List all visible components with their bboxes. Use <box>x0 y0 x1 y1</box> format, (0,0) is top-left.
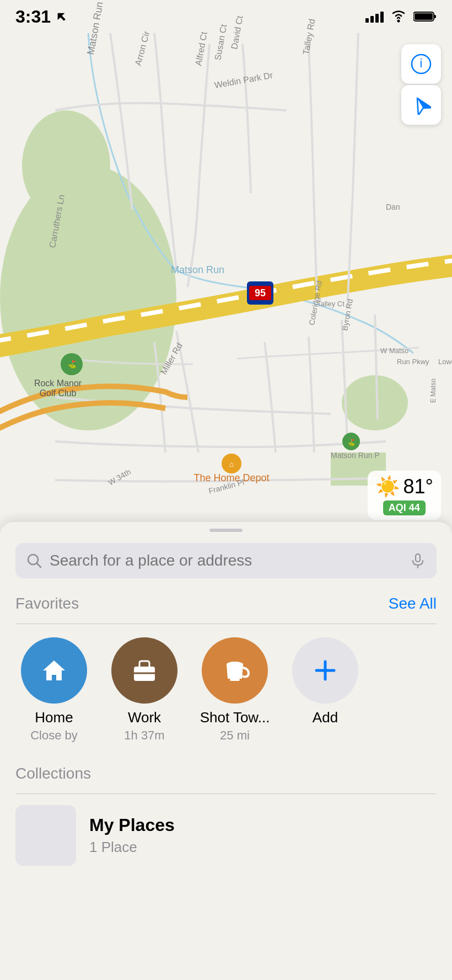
svg-text:Matson Run P: Matson Run P <box>331 451 380 460</box>
svg-text:Rock Manor: Rock Manor <box>34 379 82 388</box>
svg-rect-2 <box>434 15 436 18</box>
collections-divider <box>15 793 437 794</box>
svg-point-0 <box>397 20 400 23</box>
svg-point-50 <box>227 662 243 667</box>
collection-info: My Places 1 Place <box>89 815 175 856</box>
battery-icon <box>413 10 437 23</box>
location-button[interactable] <box>401 85 441 125</box>
svg-text:Talley Ct: Talley Ct <box>317 300 345 308</box>
see-all-button[interactable]: See All <box>389 595 437 612</box>
map-svg: 95 Matson Run Arron Cir Weldin Park Dr T… <box>0 0 452 541</box>
home-label: Home <box>35 709 73 726</box>
map-controls: i <box>401 44 441 125</box>
collections-title: Collections <box>15 765 91 782</box>
svg-line-45 <box>37 563 41 567</box>
svg-text:Run Pkwy: Run Pkwy <box>397 358 429 366</box>
microphone-icon[interactable] <box>410 553 426 568</box>
svg-text:95: 95 <box>255 287 266 299</box>
info-button[interactable]: i <box>401 44 441 84</box>
briefcase-icon <box>127 653 162 688</box>
svg-text:⛳: ⛳ <box>347 438 356 446</box>
home-icon-circle <box>21 637 87 704</box>
info-icon: i <box>411 54 432 74</box>
home-icon <box>37 654 71 687</box>
favorite-add[interactable]: Add <box>287 637 364 743</box>
svg-text:W Matso: W Matso <box>380 347 408 355</box>
svg-point-6 <box>22 110 110 221</box>
search-icon <box>26 553 42 568</box>
home-sublabel: Close by <box>30 728 78 743</box>
favorites-title: Favorites <box>15 595 79 612</box>
add-icon-circle <box>292 637 358 704</box>
collection-name: My Places <box>89 815 175 835</box>
bottom-sheet: Favorites See All Home Close by <box>0 522 452 980</box>
favorites-divider <box>15 624 437 624</box>
cup-icon <box>218 653 252 688</box>
svg-text:Golf Club: Golf Club <box>40 388 77 398</box>
wifi-icon <box>390 10 407 23</box>
favorite-work[interactable]: Work 1h 37m <box>106 637 183 743</box>
search-input[interactable] <box>50 552 402 569</box>
signal-icon <box>365 10 384 23</box>
shot-tower-label: Shot Tow... <box>200 709 270 726</box>
status-time: 3:31 <box>15 7 67 27</box>
clock: 3:31 <box>15 7 51 27</box>
svg-point-7 <box>342 375 408 430</box>
navigation-icon <box>411 95 431 115</box>
collection-thumbnail <box>15 805 76 866</box>
svg-text:E Matso: E Matso <box>429 379 437 403</box>
search-bar[interactable] <box>15 543 437 578</box>
svg-text:The Home Depot: The Home Depot <box>193 472 269 483</box>
location-active-icon <box>55 10 67 23</box>
svg-rect-51 <box>230 679 240 681</box>
weather-widget: ☀️ 81° AQI 44 <box>368 471 441 520</box>
status-icons <box>365 10 437 23</box>
favorites-row: Home Close by Work 1h 37m <box>15 637 437 743</box>
svg-rect-3 <box>415 13 433 20</box>
svg-rect-46 <box>416 554 420 562</box>
shot-tower-sublabel: 25 mi <box>220 728 250 743</box>
add-label: Add <box>313 709 338 726</box>
weather-icon: ☀️ <box>375 475 400 498</box>
favorite-shot-tower[interactable]: Shot Tow... 25 mi <box>196 637 273 743</box>
collection-count: 1 Place <box>89 839 175 856</box>
svg-text:⌂: ⌂ <box>229 460 234 468</box>
work-label: Work <box>128 709 161 726</box>
svg-text:Dan: Dan <box>386 203 400 211</box>
work-sublabel: 1h 37m <box>124 728 164 743</box>
map-area[interactable]: 95 Matson Run Arron Cir Weldin Park Dr T… <box>0 0 452 541</box>
svg-text:i: i <box>420 56 423 70</box>
svg-text:Matson Run: Matson Run <box>171 264 224 275</box>
weather-temp: ☀️ 81° <box>375 475 433 498</box>
svg-text:⛳: ⛳ <box>67 360 77 369</box>
aqi-badge: AQI 44 <box>383 500 426 515</box>
favorites-header: Favorites See All <box>15 595 437 612</box>
svg-text:Lowe: Lowe <box>438 358 452 366</box>
shot-tower-icon-circle <box>202 637 268 704</box>
status-bar: 3:31 <box>0 0 452 33</box>
temperature: 81° <box>403 475 433 498</box>
favorite-home[interactable]: Home Close by <box>15 637 93 743</box>
collections-header: Collections <box>15 765 437 782</box>
drag-handle[interactable] <box>209 529 243 532</box>
collection-my-places[interactable]: My Places 1 Place <box>15 805 437 866</box>
work-icon-circle <box>111 637 177 704</box>
plus-icon <box>311 656 340 685</box>
